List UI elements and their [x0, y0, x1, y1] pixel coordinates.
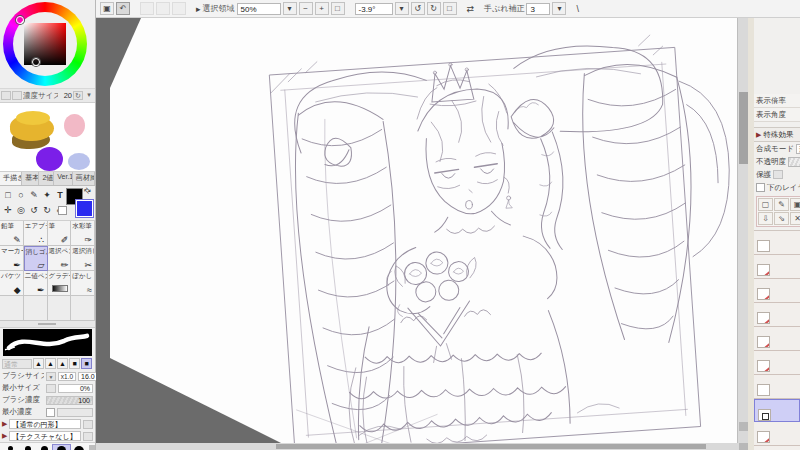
visibility-toggle[interactable] [756, 256, 770, 264]
min-density-checkbox[interactable] [46, 408, 55, 417]
brush-binary-pen[interactable]: 二値ペン✒ [24, 271, 48, 296]
zoom-fit-button[interactable]: □ [331, 2, 345, 15]
flip-horizontal-icon[interactable]: ⇄ [467, 4, 475, 14]
undo-button[interactable]: ↶ [116, 2, 130, 15]
brush-slot-empty[interactable] [48, 296, 72, 321]
tip-shape-button-1[interactable]: ▲ [45, 358, 56, 369]
horizontal-scrollbar-handle[interactable] [276, 444, 706, 449]
special-effects-header[interactable]: ▶ 特殊効果 [754, 127, 800, 142]
drawing-canvas[interactable] [96, 18, 737, 443]
tab-handdrawn[interactable]: 手描き [0, 172, 22, 185]
brush-airbrush[interactable]: エアブラシ∴ [24, 221, 48, 246]
scratchpad-prev-button[interactable] [1, 91, 11, 100]
sv-marker[interactable] [32, 58, 40, 66]
size-preset-10[interactable]: 10 [2, 445, 19, 450]
visibility-toggle[interactable] [756, 376, 770, 384]
size-unit-box[interactable]: x1.0 [58, 372, 76, 381]
wand-select-icon[interactable]: ✎ [28, 188, 40, 202]
toolbar-button-disabled[interactable] [156, 2, 170, 15]
tab-ver1[interactable]: Ver.1 [54, 172, 73, 185]
zoom-in-button[interactable]: + [315, 2, 329, 15]
visibility-toggle[interactable] [757, 401, 771, 409]
layer-row[interactable] [754, 327, 800, 351]
line-tool-icon[interactable]: \ [576, 4, 579, 14]
tip-shape-button-4[interactable]: ■ [81, 358, 92, 369]
zoom-dropdown-button[interactable]: ▾ [283, 2, 297, 15]
secondary-color-swatch[interactable] [76, 200, 93, 217]
brush-bucket[interactable]: バケツ◆ [0, 271, 24, 296]
clear-layer-button[interactable]: ✕ [790, 212, 800, 225]
brush-slot-empty[interactable] [71, 296, 95, 321]
brush-marker[interactable]: マーカー✒ [0, 246, 24, 271]
layer-row[interactable] [754, 231, 800, 255]
merge-down-button[interactable]: ⇘ [774, 212, 789, 225]
stabilizer-value-box[interactable]: 3 [526, 3, 550, 15]
canvas-vertical-scrollbar[interactable] [737, 18, 748, 443]
tab-basic[interactable]: 基本 [22, 172, 39, 185]
brush-slot-empty[interactable] [0, 296, 24, 321]
layer-row[interactable] [754, 446, 800, 450]
scratchpad-refresh-button[interactable]: ↻ [73, 91, 83, 100]
transparent-color-swatch[interactable] [58, 206, 67, 215]
vertical-scrollbar-handle[interactable] [739, 92, 748, 164]
angle-reset-button[interactable]: □ [443, 2, 457, 15]
text-tool-icon[interactable]: T [54, 188, 66, 202]
stabilizer-dropdown-button[interactable]: ▾ [552, 2, 566, 15]
brush-blur[interactable]: ぼかし≈ [71, 271, 95, 296]
move-tool-icon[interactable]: ✛ [2, 203, 14, 217]
tip-shape-strength-button[interactable] [83, 420, 93, 429]
panel-splitter[interactable] [0, 321, 95, 328]
new-layer-button[interactable]: ▢ [758, 198, 773, 211]
layer-row[interactable] [754, 422, 800, 446]
min-size-slider[interactable]: 0% [58, 384, 93, 393]
rotate-cw-button[interactable]: ↻ [427, 2, 441, 15]
auto-select-icon[interactable]: ✦ [41, 188, 53, 202]
brush-density-slider[interactable]: 100 [46, 396, 93, 405]
angle-dropdown-button[interactable]: ▾ [395, 2, 409, 15]
layer-row[interactable] [754, 303, 800, 327]
layer-row-selected[interactable] [754, 399, 800, 422]
scratchpad-menu-button[interactable]: ▾ [84, 91, 94, 100]
scratchpad-next-button[interactable] [12, 91, 22, 100]
brush-select-eraser[interactable]: 選択消し✂ [71, 246, 95, 271]
brush-slot-empty[interactable] [24, 296, 48, 321]
brush-select-pen[interactable]: 選択ペン✏ [48, 246, 72, 271]
zoom-out-button[interactable]: − [299, 2, 313, 15]
layer-row[interactable] [754, 351, 800, 375]
brush-size-slider[interactable]: 16.0 [78, 372, 98, 381]
toolbar-button-disabled[interactable] [172, 2, 186, 15]
visibility-toggle[interactable] [756, 328, 770, 336]
size-preset-14[interactable]: 14 [36, 445, 53, 450]
lasso-icon[interactable]: ○ [15, 188, 27, 202]
protect-alpha-button[interactable] [773, 170, 783, 179]
canvas-horizontal-scrollbar[interactable] [96, 443, 748, 450]
zoom-tool-icon[interactable]: ◎ [15, 203, 27, 217]
blend-mode-dropdown[interactable]: 通常 [796, 144, 800, 154]
toolbar-button-disabled[interactable] [140, 2, 154, 15]
visibility-toggle[interactable] [756, 352, 770, 360]
tab-binary[interactable]: 2値 [39, 172, 54, 185]
rotate-view-icon[interactable]: ↺ [28, 203, 40, 217]
layer-row[interactable] [754, 375, 800, 399]
transfer-down-button[interactable]: ⇩ [758, 212, 773, 225]
rotate-ccw-button[interactable]: ↺ [411, 2, 425, 15]
view-scale-row[interactable]: 表示倍率 [754, 94, 800, 108]
scroll-right-button[interactable] [739, 443, 748, 450]
swap-colors-icon[interactable]: ⇄ [82, 185, 93, 196]
tip-shape-button-3[interactable]: ■ [69, 358, 80, 369]
preset-scrollbar[interactable] [89, 445, 95, 450]
size-preset-12[interactable]: 12 [19, 445, 36, 450]
size-preset-16[interactable]: 16 [53, 445, 70, 450]
expand-arrow-icon[interactable]: ▶ [2, 420, 7, 428]
color-scratchpad[interactable] [0, 103, 95, 172]
scroll-down-button[interactable] [739, 422, 748, 431]
min-size-unit-button[interactable] [46, 384, 56, 393]
size-dropdown-button[interactable]: ▼ [46, 372, 56, 381]
brush-watercolor[interactable]: 水彩筆✑ [71, 221, 95, 246]
opacity-slider[interactable] [788, 157, 800, 167]
layer-row[interactable] [754, 255, 800, 279]
new-pen-layer-button[interactable]: ✎ [774, 198, 789, 211]
layer-row[interactable] [754, 279, 800, 303]
saturation-value-square[interactable] [24, 23, 66, 65]
angle-value-box[interactable]: -3.9° [355, 3, 393, 15]
